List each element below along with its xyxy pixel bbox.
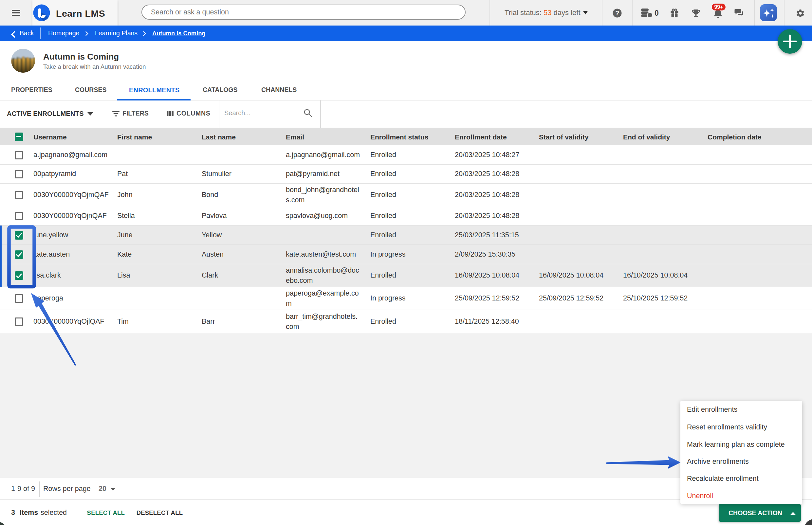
svg-text:?: ? [615,10,619,17]
